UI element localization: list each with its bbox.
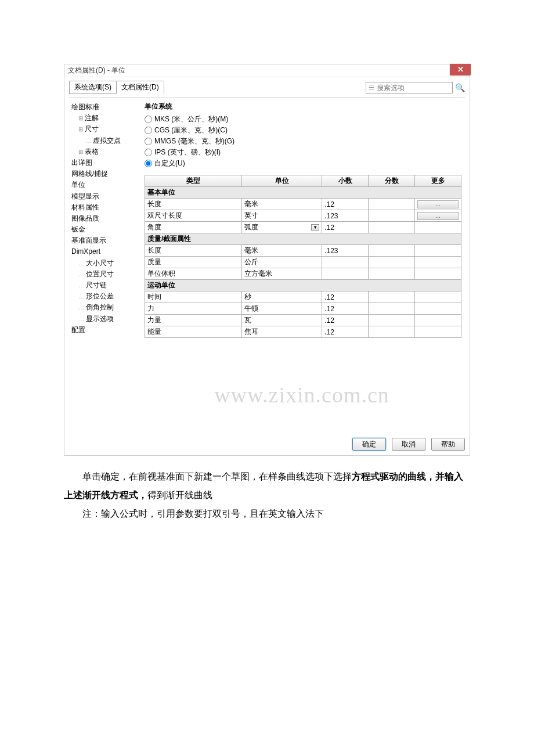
cell-unit[interactable]: 公斤 xyxy=(242,257,322,268)
nav-tree: 绘图标准注解尺寸虚拟交点表格出详图网格线/捕捉单位模型显示材料属性图像品质钣金基… xyxy=(69,98,139,429)
tree-item[interactable]: 图像品质 xyxy=(71,213,136,224)
cell-unit[interactable]: 瓦 xyxy=(242,315,322,326)
cell-decimal[interactable]: .12 xyxy=(322,326,369,338)
table-header: 单位 xyxy=(242,175,322,187)
tree-item[interactable]: 网格线/捕捉 xyxy=(71,168,136,179)
cell-unit[interactable]: 秒 xyxy=(242,291,322,303)
cell-decimal[interactable]: .12 xyxy=(322,222,369,233)
section-header: 运动单位 xyxy=(145,280,461,291)
cell-more xyxy=(415,245,461,257)
table-row: 力量瓦.12 xyxy=(145,315,461,326)
tab-document-properties[interactable]: 文档属性(D) xyxy=(116,81,164,94)
cell-unit[interactable]: 毫米 xyxy=(242,245,322,257)
cell-more xyxy=(415,303,461,315)
search-icon[interactable]: 🔍 xyxy=(455,83,465,92)
cell-unit[interactable]: 毫米 xyxy=(242,199,322,210)
radio-input[interactable] xyxy=(145,160,152,167)
cell-more xyxy=(415,222,461,233)
cell-decimal[interactable] xyxy=(322,268,369,280)
cell-unit[interactable]: 弧度▼ xyxy=(242,222,322,233)
cell-type: 双尺寸长度 xyxy=(145,210,242,222)
tree-item[interactable]: 显示选项 xyxy=(71,314,136,325)
cell-type: 长度 xyxy=(145,245,242,257)
radio-label: 自定义(U) xyxy=(154,159,185,168)
tree-item[interactable]: 位置尺寸 xyxy=(71,269,136,280)
cell-fraction[interactable] xyxy=(369,222,415,233)
tree-item[interactable]: 表格 xyxy=(71,146,136,157)
tree-item[interactable]: DimXpert xyxy=(71,246,136,257)
units-table: 类型单位小数分数更多 基本单位长度毫米.12...双尺寸长度英寸.123...角… xyxy=(145,175,461,338)
close-button[interactable]: ✕ xyxy=(450,64,471,75)
para2: 注：输入公式时，引用参数要打双引号，且在英文输入法下 xyxy=(64,505,470,523)
tree-item[interactable]: 形位公差 xyxy=(71,291,136,302)
radio-label: IPS (英寸、磅、秒)(I) xyxy=(154,147,221,157)
cell-unit[interactable]: 英寸 xyxy=(242,210,322,222)
cell-fraction[interactable] xyxy=(369,315,415,326)
radio-label: CGS (厘米、克、秒)(C) xyxy=(154,125,228,135)
cell-decimal[interactable]: .12 xyxy=(322,315,369,326)
radio-input[interactable] xyxy=(145,127,152,134)
cell-unit[interactable]: 立方毫米 xyxy=(242,268,322,280)
tree-item[interactable]: 模型显示 xyxy=(71,191,136,202)
ok-button[interactable]: 确定 xyxy=(352,438,386,451)
tab-bar: 系统选项(S) 文档属性(D) ☰ 🔍 xyxy=(64,77,470,98)
tree-item[interactable]: 尺寸链 xyxy=(71,280,136,291)
tree-item[interactable]: 注解 xyxy=(71,113,136,124)
unit-system-option[interactable]: CGS (厘米、克、秒)(C) xyxy=(145,125,461,136)
cell-more xyxy=(415,315,461,326)
cell-fraction[interactable] xyxy=(369,210,415,222)
tree-item[interactable]: 钣金 xyxy=(71,224,136,235)
cell-decimal[interactable] xyxy=(322,257,369,268)
content-pane: 单位系统 MKS (米、公斤、秒)(M)CGS (厘米、克、秒)(C)MMGS … xyxy=(139,98,465,429)
list-icon: ☰ xyxy=(369,84,374,91)
dialog-footer: 确定 取消 帮助 xyxy=(64,433,470,455)
radio-input[interactable] xyxy=(145,138,152,145)
table-header: 小数 xyxy=(322,175,369,187)
unit-system-option[interactable]: MMGS (毫米、克、秒)(G) xyxy=(145,136,461,147)
cell-unit[interactable]: 焦耳 xyxy=(242,326,322,338)
unit-system-option[interactable]: 自定义(U) xyxy=(145,158,461,169)
search-options-box[interactable]: ☰ xyxy=(366,82,453,93)
radio-input[interactable] xyxy=(145,149,152,156)
help-button[interactable]: 帮助 xyxy=(431,438,465,451)
cell-fraction[interactable] xyxy=(369,245,415,257)
cell-more xyxy=(415,326,461,338)
search-input[interactable] xyxy=(376,83,450,92)
cell-decimal[interactable]: .123 xyxy=(322,245,369,257)
tree-item[interactable]: 尺寸 xyxy=(71,124,136,135)
tree-item[interactable]: 虚拟交点 xyxy=(71,135,136,146)
close-icon: ✕ xyxy=(457,65,464,74)
tab-system-options[interactable]: 系统选项(S) xyxy=(69,81,117,94)
cell-fraction[interactable] xyxy=(369,291,415,303)
tree-item[interactable]: 材料属性 xyxy=(71,202,136,213)
radio-input[interactable] xyxy=(145,116,152,123)
cell-fraction[interactable] xyxy=(369,257,415,268)
cell-decimal[interactable]: .12 xyxy=(322,199,369,210)
cell-fraction[interactable] xyxy=(369,303,415,315)
cell-decimal[interactable]: .123 xyxy=(322,210,369,222)
cancel-button[interactable]: 取消 xyxy=(392,438,425,451)
unit-system-title: 单位系统 xyxy=(145,102,461,111)
chevron-down-icon[interactable]: ▼ xyxy=(311,224,319,231)
unit-system-option[interactable]: IPS (英寸、磅、秒)(I) xyxy=(145,147,461,158)
cell-more[interactable]: ... xyxy=(415,210,461,222)
tree-item[interactable]: 大小尺寸 xyxy=(71,258,136,269)
cell-fraction[interactable] xyxy=(369,199,415,210)
section-header: 基本单位 xyxy=(145,187,461,199)
tree-item[interactable]: 倒角控制 xyxy=(71,302,136,313)
tree-item[interactable]: 单位 xyxy=(71,179,136,190)
tree-item[interactable]: 绘图标准 xyxy=(71,102,136,113)
para1-a: 单击确定，在前视基准面下新建一个草图，在样条曲线选项下选择 xyxy=(82,471,352,481)
body-text: 单击确定，在前视基准面下新建一个草图，在样条曲线选项下选择方程式驱动的曲线，并输… xyxy=(64,467,470,523)
unit-system-option[interactable]: MKS (米、公斤、秒)(M) xyxy=(145,114,461,125)
cell-fraction[interactable] xyxy=(369,326,415,338)
cell-unit[interactable]: 牛顿 xyxy=(242,303,322,315)
cell-more[interactable]: ... xyxy=(415,199,461,210)
tree-item[interactable]: 配置 xyxy=(71,325,136,336)
cell-decimal[interactable]: .12 xyxy=(322,291,369,303)
tree-item[interactable]: 出详图 xyxy=(71,157,136,168)
cell-fraction[interactable] xyxy=(369,268,415,280)
tree-item[interactable]: 基准面显示 xyxy=(71,235,136,246)
cell-type: 质量 xyxy=(145,257,242,268)
cell-decimal[interactable]: .12 xyxy=(322,303,369,315)
